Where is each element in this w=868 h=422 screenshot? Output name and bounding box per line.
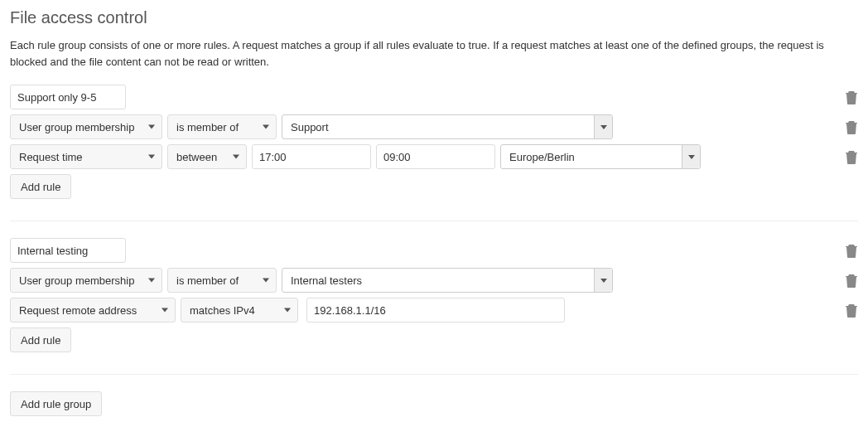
caret-down-icon: [148, 125, 155, 129]
caret-down-icon: [148, 279, 155, 283]
trash-icon[interactable]: [845, 149, 858, 164]
rule-group: User group membership is member of Suppo…: [10, 85, 858, 221]
group-name-input[interactable]: [10, 85, 126, 109]
rule-operator-select[interactable]: matches IPv4: [181, 298, 298, 323]
rule-operator-select[interactable]: between: [167, 144, 247, 169]
combo-toggle[interactable]: [594, 269, 612, 292]
rule-operator-label: is member of: [176, 121, 239, 133]
trash-icon[interactable]: [845, 303, 858, 318]
caret-down-icon: [600, 125, 607, 129]
time-to-input[interactable]: [376, 144, 495, 169]
trash-icon[interactable]: [845, 119, 858, 134]
rule-field-label: Request time: [19, 151, 83, 163]
add-rule-button[interactable]: Add rule: [10, 327, 71, 352]
combo-toggle[interactable]: [682, 145, 700, 168]
caret-down-icon: [284, 308, 291, 313]
rule-value-combo[interactable]: Internal testers: [282, 268, 613, 293]
group-name-input[interactable]: [10, 238, 126, 263]
add-rule-button[interactable]: Add rule: [10, 174, 71, 199]
rule-operator-label: matches IPv4: [190, 304, 255, 317]
rule-field-select[interactable]: User group membership: [10, 268, 162, 293]
rule-field-label: User group membership: [19, 121, 134, 133]
rule-value-label: Internal testers: [291, 274, 362, 287]
timezone-combo[interactable]: Europe/Berlin: [500, 144, 701, 169]
rule-field-select[interactable]: Request time: [10, 144, 162, 169]
ip-input[interactable]: [306, 298, 565, 323]
caret-down-icon: [263, 279, 269, 283]
trash-icon[interactable]: [845, 90, 858, 104]
rule-field-select[interactable]: User group membership: [10, 114, 162, 139]
rule-operator-label: is member of: [176, 274, 239, 287]
rule-field-select[interactable]: Request remote address: [10, 298, 176, 323]
rule-value-combo[interactable]: Support: [282, 114, 613, 139]
time-from-input[interactable]: [252, 144, 371, 169]
rule-field-label: User group membership: [19, 274, 134, 287]
rule-operator-select[interactable]: is member of: [167, 114, 277, 139]
combo-toggle[interactable]: [594, 115, 612, 138]
caret-down-icon: [263, 125, 269, 129]
caret-down-icon: [148, 155, 155, 159]
page-description: Each rule group consists of one or more …: [10, 37, 858, 70]
rule-group: User group membership is member of Inter…: [10, 238, 858, 375]
rule-operator-select[interactable]: is member of: [167, 268, 277, 293]
add-rule-group-button[interactable]: Add rule group: [10, 391, 102, 416]
caret-down-icon: [600, 279, 607, 283]
rule-value-label: Support: [291, 121, 329, 133]
caret-down-icon: [233, 155, 239, 159]
trash-icon[interactable]: [845, 273, 858, 288]
page-title: File access control: [10, 8, 858, 27]
rule-operator-label: between: [176, 151, 217, 163]
rule-field-label: Request remote address: [19, 304, 137, 317]
trash-icon[interactable]: [845, 243, 858, 258]
caret-down-icon: [162, 308, 168, 313]
caret-down-icon: [688, 155, 695, 159]
timezone-label: Europe/Berlin: [509, 151, 575, 163]
